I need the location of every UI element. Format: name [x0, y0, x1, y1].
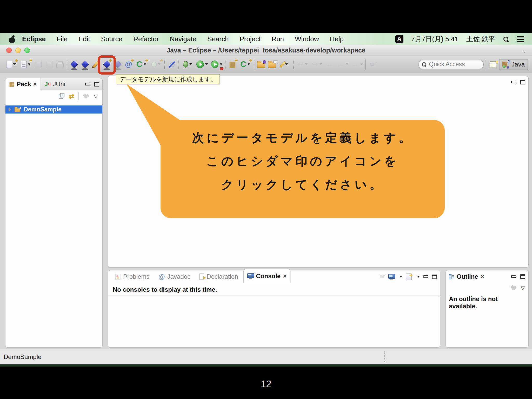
run-icon: [196, 61, 204, 68]
last-edit-location-dropdown-icon[interactable]: [305, 63, 308, 65]
quick-access-box[interactable]: [418, 60, 484, 69]
new-java-ee-button[interactable]: ▦+: [227, 57, 238, 72]
last-edit-location-button[interactable]: ↩: [295, 57, 310, 72]
debug-button[interactable]: [180, 57, 195, 72]
view-menu-icon[interactable]: ▽: [94, 94, 98, 99]
display-console-icon[interactable]: [388, 274, 395, 280]
collapse-all-icon[interactable]: [59, 93, 65, 99]
apple-icon[interactable]: [9, 36, 15, 43]
package-explorer-minimize-icon[interactable]: [85, 83, 90, 85]
print-button[interactable]: [55, 57, 65, 72]
forward-history-dropdown-icon[interactable]: [360, 63, 363, 65]
toolbar-separator: [177, 59, 180, 70]
menu-source[interactable]: Source: [96, 35, 128, 43]
menu-refactor[interactable]: Refactor: [128, 35, 164, 43]
new-class-icon: +: [145, 58, 149, 64]
filter-icon[interactable]: [83, 94, 90, 98]
new-class-wizard-button[interactable]: C+: [238, 57, 252, 72]
mark-occurrences-button[interactable]: [166, 57, 177, 72]
new-annotation-icon: +: [131, 58, 134, 64]
tab-juni[interactable]: JuJUni: [41, 78, 69, 90]
coverage-button[interactable]: [209, 57, 224, 72]
java-perspective-button[interactable]: ▦JJava: [499, 59, 528, 70]
menu-edit[interactable]: Edit: [73, 35, 96, 43]
tab-javadoc[interactable]: @Javadoc: [155, 270, 194, 283]
tab-label: Console: [256, 272, 281, 280]
close-icon[interactable]: ×: [481, 274, 484, 280]
forward-history-button[interactable]: →: [350, 57, 364, 72]
back-history-button[interactable]: ←: [335, 57, 350, 72]
pin-console-icon[interactable]: [380, 274, 385, 279]
menu-file[interactable]: File: [51, 35, 73, 43]
quick-access-input[interactable]: [429, 61, 478, 68]
new-class-button[interactable]: C+: [134, 57, 149, 72]
open-console-icon[interactable]: +: [406, 273, 412, 280]
tab-pack[interactable]: ▦Pack×: [5, 78, 41, 90]
menu-window[interactable]: Window: [289, 35, 324, 43]
pin-editor-button[interactable]: [367, 57, 378, 72]
link-with-editor-icon[interactable]: ⇄: [69, 93, 75, 99]
menu-project[interactable]: Project: [234, 35, 266, 43]
outline-tab-label[interactable]: Outline: [457, 273, 478, 280]
console-maximize-icon[interactable]: [432, 275, 437, 279]
outline-icon: [449, 274, 454, 280]
export-button[interactable]: [267, 57, 277, 72]
back-button[interactable]: ←: [324, 57, 335, 72]
toolbar-separator: [224, 59, 227, 70]
new-annotation-button[interactable]: @+: [123, 57, 134, 72]
asakusa-diamond-2-button[interactable]: [79, 57, 90, 72]
expand-arrow-icon[interactable]: [9, 108, 11, 112]
menu-navigate[interactable]: Navigate: [164, 35, 202, 43]
open-perspective-button[interactable]: +: [487, 59, 499, 70]
new-sphere-button[interactable]: +: [149, 57, 163, 72]
notification-center-icon[interactable]: [517, 36, 524, 42]
next-annotation-dropdown-icon[interactable]: [320, 63, 322, 65]
forward-history-icon: →: [351, 61, 359, 68]
status-bar-grip[interactable]: [384, 351, 385, 362]
display-console-dropdown-icon[interactable]: [400, 276, 402, 278]
debug-dropdown-icon[interactable]: [189, 63, 192, 65]
open-console-dropdown-icon[interactable]: [417, 276, 420, 278]
view-menu-icon[interactable]: ▽: [521, 285, 525, 290]
project-folder-icon: J: [15, 108, 21, 112]
outline-maximize-icon[interactable]: [520, 274, 525, 279]
spotlight-search-icon[interactable]: [503, 36, 509, 42]
menubar-clock[interactable]: 7月7日(月) 5:41: [411, 35, 458, 44]
tab-problems[interactable]: Problems: [112, 270, 153, 283]
tree-item-label: DemoSample: [24, 106, 62, 113]
coverage-dropdown-icon[interactable]: [220, 63, 222, 65]
close-icon[interactable]: ×: [283, 273, 287, 279]
save-button[interactable]: [33, 57, 44, 72]
new-data-model-button[interactable]: +: [101, 57, 112, 72]
new-java-project-button[interactable]: +: [18, 57, 33, 72]
tree-item-demosample[interactable]: J DemoSample: [5, 105, 102, 114]
filter-icon[interactable]: [510, 285, 517, 290]
close-icon[interactable]: ×: [33, 81, 37, 87]
external-tools-button[interactable]: [277, 57, 292, 72]
tab-label: JUni: [53, 81, 65, 88]
package-explorer-maximize-icon[interactable]: [94, 82, 99, 87]
tab-console[interactable]: Console×: [243, 269, 291, 283]
run-dropdown-icon[interactable]: [205, 63, 208, 65]
next-annotation-button[interactable]: ↪: [310, 57, 324, 72]
new-wizard-button[interactable]: +: [4, 57, 18, 72]
new-java-project-icon: [21, 61, 26, 68]
debug-icon: [183, 61, 188, 68]
outline-minimize-icon[interactable]: [511, 275, 516, 278]
back-history-dropdown-icon[interactable]: [346, 63, 348, 65]
menubar-user[interactable]: 土佐 鉄平: [466, 35, 495, 44]
import-button[interactable]: [256, 57, 267, 72]
menu-search[interactable]: Search: [202, 35, 234, 43]
console-minimize-icon[interactable]: [423, 275, 428, 278]
menu-help[interactable]: Help: [324, 35, 349, 43]
editor-minimize-icon[interactable]: [511, 81, 516, 83]
save-all-button[interactable]: [44, 57, 55, 72]
input-source-icon[interactable]: A: [395, 35, 403, 43]
menu-run[interactable]: Run: [266, 35, 289, 43]
run-button[interactable]: [195, 57, 209, 72]
external-tools-dropdown-icon[interactable]: [285, 63, 288, 65]
menu-eclipse[interactable]: Eclipse: [17, 35, 51, 43]
editor-maximize-icon[interactable]: [520, 80, 525, 84]
tab-declaration[interactable]: Declaration: [196, 270, 242, 283]
asakusa-diamond-1-button[interactable]: [69, 57, 79, 72]
